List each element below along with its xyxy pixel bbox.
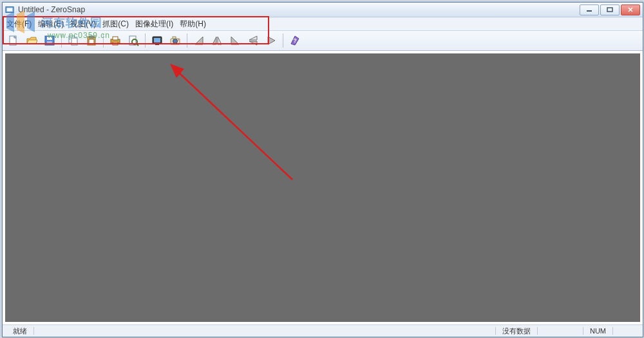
capture-icon[interactable]	[149, 32, 166, 49]
save-icon[interactable]	[41, 32, 58, 49]
print-icon[interactable]	[107, 32, 124, 49]
svg-marker-33	[231, 37, 239, 44]
menu-bar: 文件(F) 编辑(E) 视图(V) 抓图(C) 图像处理(I) 帮助(H)	[3, 17, 643, 31]
play-icon[interactable]	[263, 32, 279, 49]
status-bar: 就绪 没有数据 NUM	[3, 324, 643, 337]
flip-h-icon[interactable]	[209, 32, 225, 49]
copy-icon[interactable]	[65, 32, 82, 49]
svg-rect-28	[173, 37, 176, 39]
maximize-button[interactable]	[600, 5, 620, 15]
svg-rect-14	[90, 36, 93, 38]
svg-rect-10	[47, 41, 52, 44]
svg-rect-1	[7, 8, 13, 11]
svg-marker-31	[213, 37, 216, 44]
toolbar-separator	[145, 33, 146, 48]
svg-text:?: ?	[293, 37, 297, 44]
svg-rect-15	[89, 39, 94, 44]
svg-rect-17	[113, 37, 118, 40]
svg-marker-32	[218, 37, 222, 44]
title-bar: Untitled - ZeroSnap	[3, 3, 643, 17]
help-icon[interactable]: ?	[287, 32, 303, 49]
svg-marker-30	[195, 37, 203, 44]
toolbar: ?	[3, 31, 643, 51]
flip-v-icon[interactable]	[245, 32, 261, 49]
svg-rect-24	[154, 38, 160, 42]
menu-edit[interactable]: 编辑(E)	[38, 19, 64, 30]
status-nodata: 没有数据	[496, 326, 537, 336]
new-doc-icon[interactable]	[5, 32, 22, 49]
rotate-left-icon[interactable]	[191, 32, 207, 49]
svg-marker-34	[249, 36, 257, 40]
toolbar-separator	[187, 33, 187, 48]
menu-view[interactable]: 视图(V)	[70, 19, 96, 30]
status-ready: 就绪	[6, 326, 33, 336]
toolbar-separator	[283, 33, 283, 48]
menu-help[interactable]: 帮助(H)	[180, 19, 206, 30]
app-window: Untitled - ZeroSnap 文件(F) 编辑(E) 视图(V) 抓图…	[2, 2, 643, 337]
menu-image[interactable]: 图像处理(I)	[135, 19, 173, 30]
paste-icon[interactable]	[83, 32, 100, 49]
open-icon[interactable]	[23, 32, 40, 49]
close-button[interactable]	[621, 5, 640, 15]
svg-line-22	[137, 44, 138, 46]
minimize-button[interactable]	[580, 5, 599, 15]
camera-icon[interactable]	[167, 32, 184, 49]
svg-point-27	[173, 39, 178, 44]
window-title: Untitled - ZeroSnap	[18, 5, 580, 14]
svg-rect-25	[155, 44, 159, 45]
svg-rect-9	[47, 37, 52, 40]
status-num: NUM	[583, 327, 612, 335]
svg-point-19	[117, 40, 118, 41]
svg-point-29	[178, 39, 179, 41]
menu-file[interactable]: 文件(F)	[6, 19, 32, 30]
canvas-area[interactable]	[3, 51, 643, 324]
svg-rect-18	[113, 42, 118, 45]
menu-capture[interactable]: 抓图(C)	[102, 19, 129, 30]
window-controls	[580, 5, 640, 15]
toolbar-separator	[61, 33, 62, 48]
preview-icon[interactable]	[125, 32, 142, 49]
svg-rect-3	[607, 8, 612, 12]
svg-marker-36	[268, 37, 275, 44]
toolbar-separator	[103, 33, 104, 48]
svg-rect-12	[71, 38, 77, 45]
svg-marker-35	[249, 41, 257, 45]
app-icon	[5, 5, 14, 14]
rotate-right-icon[interactable]	[227, 32, 243, 49]
